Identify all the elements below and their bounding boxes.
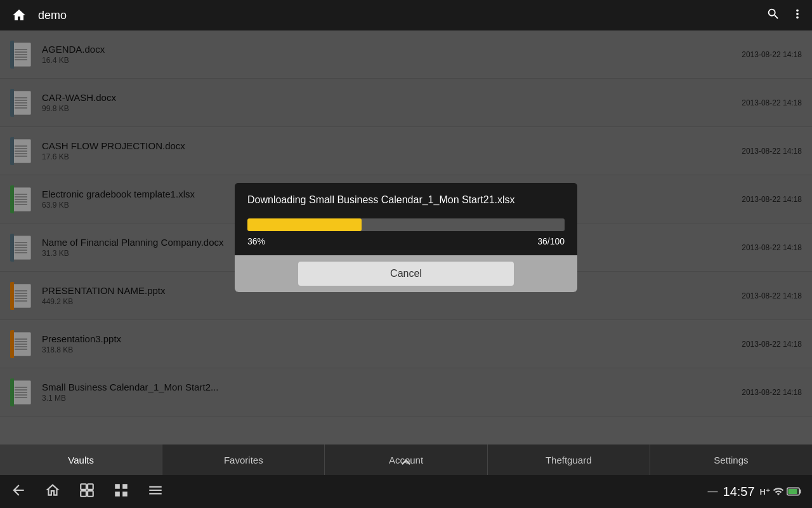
svg-rect-0 xyxy=(81,484,86,490)
tab-vaults[interactable]: Vaults xyxy=(0,444,162,475)
menu-button[interactable] xyxy=(147,482,164,501)
system-time: 14:57 xyxy=(723,485,755,499)
nav-buttons xyxy=(10,482,164,501)
network-icon: H⁺ xyxy=(760,487,770,497)
dialog-title: Downloading Small Business Calendar_1_Mo… xyxy=(235,183,577,212)
svg-rect-1 xyxy=(88,484,93,490)
progress-labels: 36% 36/100 xyxy=(247,236,565,246)
action-icons xyxy=(766,7,804,23)
up-chevron[interactable] xyxy=(397,453,415,471)
tab-theftguard[interactable]: Theftguard xyxy=(488,444,650,475)
svg-rect-3 xyxy=(88,491,93,497)
signal-icon xyxy=(773,486,784,497)
grid-button[interactable] xyxy=(113,482,129,501)
svg-rect-6 xyxy=(788,489,797,494)
more-vert-icon[interactable] xyxy=(790,7,804,23)
dialog-body: 36% 36/100 xyxy=(235,212,577,246)
cancel-button[interactable]: Cancel xyxy=(298,262,514,286)
tab-settings[interactable]: Settings xyxy=(650,444,812,475)
progress-count: 36/100 xyxy=(537,236,565,246)
system-status: — 14:57 H⁺ xyxy=(708,485,802,499)
search-icon[interactable] xyxy=(766,7,780,23)
dialog-footer: Cancel xyxy=(235,255,577,292)
svg-rect-2 xyxy=(81,491,86,497)
battery-icon xyxy=(787,486,802,497)
home-button[interactable] xyxy=(8,4,30,27)
recents-button[interactable] xyxy=(79,482,95,501)
home-nav-button[interactable] xyxy=(44,482,61,501)
back-button[interactable] xyxy=(10,482,27,501)
progress-fill xyxy=(247,218,362,231)
svg-rect-5 xyxy=(799,490,801,493)
progress-percent: 36% xyxy=(247,236,265,246)
progress-track xyxy=(247,218,565,231)
top-bar: demo xyxy=(0,0,812,30)
status-icons: H⁺ xyxy=(760,486,802,497)
battery-minus-icon: — xyxy=(708,486,718,497)
app-title: demo xyxy=(38,9,759,22)
tab-favorites[interactable]: Favorites xyxy=(162,444,325,475)
dialog-overlay: Downloading Small Business Calendar_1_Mo… xyxy=(0,30,812,444)
download-dialog: Downloading Small Business Calendar_1_Mo… xyxy=(235,183,577,292)
system-nav-bar: — 14:57 H⁺ xyxy=(0,475,812,508)
